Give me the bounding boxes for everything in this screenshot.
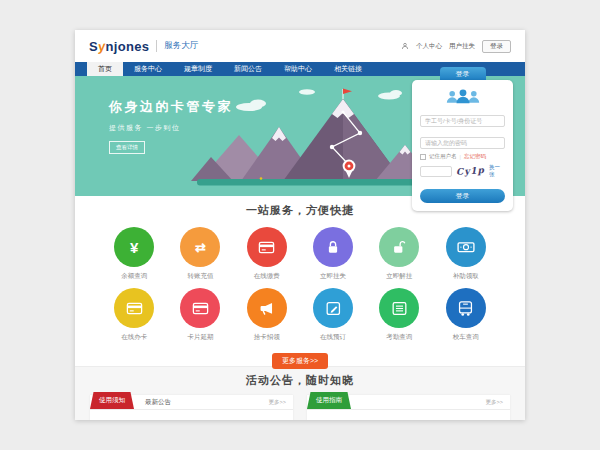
- forgot-password-link[interactable]: 忘记密码: [464, 153, 486, 160]
- guide-panel-header: 使用指南 更多>>: [307, 395, 510, 410]
- notice-panel-header: 使用须知 最新公告 更多>>: [90, 395, 293, 410]
- nav-item-home[interactable]: 首页: [87, 62, 123, 76]
- service-label: 立即解挂: [366, 272, 432, 281]
- hero-cta-button[interactable]: 查看详情: [109, 141, 145, 154]
- personal-center-link[interactable]: 个人中心: [416, 42, 442, 51]
- bus-icon: [456, 299, 475, 318]
- nav-item-rules[interactable]: 规章制度: [173, 62, 223, 76]
- service-label: 校车查询: [432, 333, 498, 342]
- service-transfer[interactable]: ⇄ 转账充值: [167, 227, 233, 281]
- service-online-booking[interactable]: 在线预订: [300, 288, 366, 342]
- megaphone-icon: [257, 299, 276, 318]
- usage-notice-tab[interactable]: 使用须知: [90, 392, 134, 409]
- service-balance[interactable]: ¥ 余额查询: [101, 227, 167, 281]
- service-label: 余额查询: [101, 272, 167, 281]
- service-label: 转账充值: [167, 272, 233, 281]
- login-panel: 登录 记住用户名 | 忘记密码: [412, 67, 513, 211]
- bank-card-icon: [125, 299, 144, 318]
- captcha-input[interactable]: [420, 166, 452, 177]
- service-online-payment[interactable]: 在线缴费: [234, 227, 300, 281]
- yen-icon: ¥: [130, 240, 138, 255]
- user-icon: [401, 42, 409, 50]
- login-form: 记住用户名 | 忘记密码 Cy1p 换一张 登录: [412, 80, 513, 211]
- summit-flag: [343, 89, 352, 95]
- nav-item-links[interactable]: 相关链接: [323, 62, 373, 76]
- login-submit-button[interactable]: 登录: [420, 189, 505, 203]
- service-label: 拾卡招领: [234, 333, 300, 342]
- service-label: 卡片延期: [167, 333, 233, 342]
- notice-panel: 使用须知 最新公告 更多>>: [90, 395, 293, 420]
- service-circle[interactable]: [313, 288, 353, 328]
- service-circle[interactable]: [379, 288, 419, 328]
- service-label: 补助领取: [432, 272, 498, 281]
- site-container: Synjones 服务大厅 个人中心 用户挂失 登录 首页 服务中心 规章制度 …: [75, 30, 525, 420]
- lock-icon: [324, 238, 342, 256]
- site-title: 服务大厅: [156, 40, 198, 52]
- service-subsidy[interactable]: 补助领取: [432, 227, 498, 281]
- guide-more-link[interactable]: 更多>>: [486, 399, 503, 406]
- service-circle[interactable]: ⇄: [180, 227, 220, 267]
- captcha-image[interactable]: Cy1p: [456, 165, 486, 177]
- service-label: 考勤查询: [366, 333, 432, 342]
- login-tab[interactable]: 登录: [440, 67, 486, 80]
- notice-more-link[interactable]: 更多>>: [269, 399, 286, 406]
- service-label: 在线预订: [300, 333, 366, 342]
- service-school-bus[interactable]: 校车查询: [432, 288, 498, 342]
- banknote-icon: [456, 237, 476, 257]
- announcement-panels: 使用须知 最新公告 更多>> 使用指南 更多>>: [75, 388, 525, 420]
- nav-item-news[interactable]: 新闻公告: [223, 62, 273, 76]
- latest-announcements-tab[interactable]: 最新公告: [145, 398, 171, 407]
- announcements-section: 活动公告，随时知晓 使用须知 最新公告 更多>> 使用指南 更多>>: [75, 366, 525, 420]
- service-attendance[interactable]: 考勤查询: [366, 288, 432, 342]
- service-label: 在线缴费: [234, 272, 300, 281]
- header-login-button[interactable]: 登录: [482, 40, 511, 53]
- service-card-extension[interactable]: 卡片延期: [167, 288, 233, 342]
- captcha-refresh-link[interactable]: 换一张: [489, 164, 505, 178]
- username-input[interactable]: [420, 115, 505, 127]
- attendance-icon: [390, 299, 409, 318]
- service-label: 在线办卡: [101, 333, 167, 342]
- more-services-button[interactable]: 更多服务>>: [272, 353, 328, 369]
- remember-label: 记住用户名: [429, 153, 457, 160]
- service-circle[interactable]: [247, 227, 287, 267]
- usage-guide-tab[interactable]: 使用指南: [307, 392, 351, 409]
- service-circle[interactable]: [247, 288, 287, 328]
- service-circle[interactable]: [313, 227, 353, 267]
- hero-banner: 你身边的卡管专家 提供服务 一步到位 查看详情: [75, 76, 525, 196]
- service-circle[interactable]: [180, 288, 220, 328]
- edit-icon: [324, 299, 343, 318]
- transfer-icon: ⇄: [195, 241, 206, 254]
- bank-card-icon: [257, 238, 276, 257]
- services-grid: ¥ 余额查询 ⇄ 转账充值 在线缴费 立即挂失: [75, 218, 525, 349]
- logo-text: Synjones: [89, 39, 149, 54]
- service-report-loss[interactable]: 立即挂失: [300, 227, 366, 281]
- services-section: 一站服务，方便快捷 ¥ 余额查询 ⇄ 转账充值 在线缴费 立即挂失: [75, 196, 525, 366]
- service-circle[interactable]: [446, 288, 486, 328]
- service-circle[interactable]: [446, 227, 486, 267]
- cloud-shapes: [236, 89, 402, 111]
- service-label: 立即挂失: [300, 272, 366, 281]
- guide-panel: 使用指南 更多>>: [307, 395, 510, 420]
- nav-item-help[interactable]: 帮助中心: [273, 62, 323, 76]
- header-right: 个人中心 用户挂失 登录: [401, 40, 511, 53]
- service-circle[interactable]: ¥: [114, 227, 154, 267]
- separator: |: [460, 154, 461, 160]
- remember-row: 记住用户名 | 忘记密码: [420, 153, 505, 160]
- hero-title: 你身边的卡管专家: [109, 98, 233, 116]
- service-circle[interactable]: [379, 227, 419, 267]
- service-found-card[interactable]: 拾卡招领: [234, 288, 300, 342]
- header: Synjones 服务大厅 个人中心 用户挂失 登录: [75, 30, 525, 62]
- logo[interactable]: Synjones 服务大厅: [89, 39, 198, 54]
- service-circle[interactable]: [114, 288, 154, 328]
- bank-card-icon: [191, 299, 210, 318]
- users-icon: [420, 87, 505, 105]
- announcements-title: 活动公告，随时知晓: [75, 373, 525, 388]
- nav-item-service-center[interactable]: 服务中心: [123, 62, 173, 76]
- user-loss-link[interactable]: 用户挂失: [449, 42, 475, 51]
- unlock-icon: [390, 238, 408, 256]
- remember-checkbox[interactable]: [420, 154, 426, 160]
- password-input[interactable]: [420, 137, 505, 149]
- captcha-row: Cy1p 换一张: [420, 164, 505, 178]
- service-unfreeze[interactable]: 立即解挂: [366, 227, 432, 281]
- service-card-apply[interactable]: 在线办卡: [101, 288, 167, 342]
